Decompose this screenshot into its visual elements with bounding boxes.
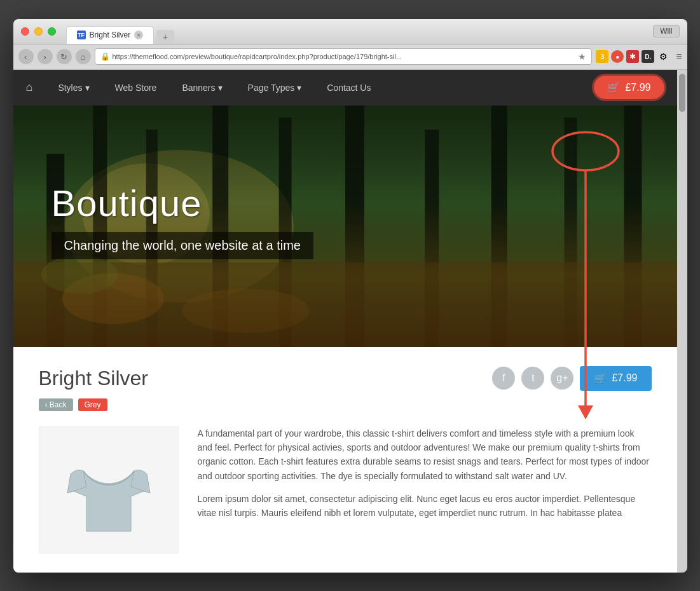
- scrollbar[interactable]: [677, 70, 687, 573]
- site-nav: ⌂ Styles ▾ Web Store Banners ▾: [13, 70, 677, 105]
- product-desc-1: A fundamental part of your wardrobe, thi…: [198, 426, 652, 484]
- browser-extensions: 3 ● ✱ D. ⚙: [596, 50, 669, 63]
- browser-menu-icon[interactable]: ≡: [676, 51, 682, 62]
- browser-window: TF Bright Silver × + Will ‹ › ↻ ⌂ 🔒 http…: [13, 19, 687, 573]
- cart-price-product: £7.99: [612, 372, 637, 384]
- chevron-down-icon: ▾: [85, 83, 90, 93]
- website-viewport: ⌂ Styles ▾ Web Store Banners ▾: [13, 70, 687, 573]
- hero-subtitle-block: Changing the world, one website at a tim…: [51, 232, 313, 259]
- ext-icon-4[interactable]: D.: [642, 50, 654, 63]
- add-to-cart-button[interactable]: 🛒 £7.99: [580, 366, 651, 391]
- maximize-button[interactable]: [48, 27, 56, 36]
- cart-price: £7.99: [625, 82, 650, 93]
- close-button[interactable]: [21, 27, 29, 36]
- chevron-down-icon-banners: ▾: [218, 83, 223, 93]
- hero-section: Boutique Changing the world, one website…: [13, 105, 677, 347]
- product-body: A fundamental part of your wardrobe, thi…: [39, 426, 652, 554]
- product-tags: ‹ Back Grey: [39, 398, 652, 411]
- titlebar: TF Bright Silver × + Will: [13, 19, 687, 44]
- nav-styles[interactable]: Styles ▾: [45, 70, 102, 105]
- tab-favicon: TF: [77, 31, 86, 39]
- minimize-button[interactable]: [34, 27, 43, 36]
- tshirt-illustration: [58, 439, 160, 541]
- window-user-button[interactable]: Will: [653, 25, 679, 37]
- nav-cart-button[interactable]: 🛒 £7.99: [594, 76, 664, 99]
- ext-icon-3[interactable]: ✱: [626, 50, 639, 63]
- reload-button[interactable]: ↻: [57, 49, 72, 64]
- color-tag[interactable]: Grey: [78, 398, 107, 411]
- ext-icon-2[interactable]: ●: [611, 50, 624, 63]
- social-cart-area: f t g+ 🛒 £7.99: [492, 366, 651, 391]
- home-button[interactable]: ⌂: [76, 49, 91, 64]
- nav-page-types[interactable]: Page Types ▾: [235, 70, 315, 105]
- new-tab-button[interactable]: +: [156, 30, 174, 44]
- product-image: [39, 426, 179, 554]
- cart-icon: 🛒: [607, 81, 620, 93]
- product-header: Bright Silver f t g+ 🛒 £7.99: [39, 366, 652, 391]
- lock-icon: 🔒: [100, 52, 110, 61]
- hero-title: Boutique: [51, 182, 313, 224]
- window-controls: [21, 27, 56, 36]
- product-section: Bright Silver f t g+ 🛒 £7.99 ‹ Back Grey: [13, 347, 677, 573]
- product-description: A fundamental part of your wardrobe, thi…: [198, 426, 652, 554]
- ext-icon-1[interactable]: 3: [596, 50, 608, 63]
- hero-subtitle: Changing the world, one website at a tim…: [64, 238, 301, 253]
- nav-home-icon[interactable]: ⌂: [26, 81, 33, 94]
- tab-area: TF Bright Silver × +: [66, 19, 175, 44]
- facebook-button[interactable]: f: [492, 367, 515, 390]
- forward-nav-button[interactable]: ›: [38, 49, 53, 64]
- bookmark-icon[interactable]: ★: [578, 51, 586, 62]
- nav-contact[interactable]: Contact Us: [314, 70, 383, 105]
- nav-webstore[interactable]: Web Store: [102, 70, 170, 105]
- twitter-button[interactable]: t: [521, 367, 544, 390]
- url-bar[interactable]: 🔒 https://themeflood.com/preview/boutiqu…: [95, 48, 593, 65]
- gplus-button[interactable]: g+: [551, 367, 573, 390]
- address-bar-area: ‹ › ↻ ⌂ 🔒 https://themeflood.com/preview…: [13, 44, 687, 70]
- hero-text: Boutique Changing the world, one website…: [51, 182, 313, 259]
- chevron-down-icon-pagetypes: ▾: [297, 83, 301, 93]
- cart-icon-product: 🛒: [594, 372, 607, 384]
- browser-tab[interactable]: TF Bright Silver ×: [66, 26, 154, 44]
- product-desc-2: Lorem ipsum dolor sit amet, consectetur …: [198, 492, 652, 520]
- url-text: https://themeflood.com/preview/boutique/…: [113, 53, 402, 60]
- tab-close-button[interactable]: ×: [134, 31, 143, 39]
- product-title: Bright Silver: [39, 367, 149, 390]
- back-nav-button[interactable]: ‹: [18, 49, 34, 64]
- tab-title: Bright Silver: [90, 31, 131, 39]
- ext-icon-5[interactable]: ⚙: [657, 50, 669, 63]
- scrollbar-thumb[interactable]: [679, 74, 685, 112]
- site-nav-wrapper: ⌂ Styles ▾ Web Store Banners ▾: [13, 70, 677, 105]
- back-button[interactable]: ‹ Back: [39, 398, 73, 411]
- nav-items: Styles ▾ Web Store Banners ▾ Page Types: [45, 70, 594, 105]
- nav-banners[interactable]: Banners ▾: [169, 70, 235, 105]
